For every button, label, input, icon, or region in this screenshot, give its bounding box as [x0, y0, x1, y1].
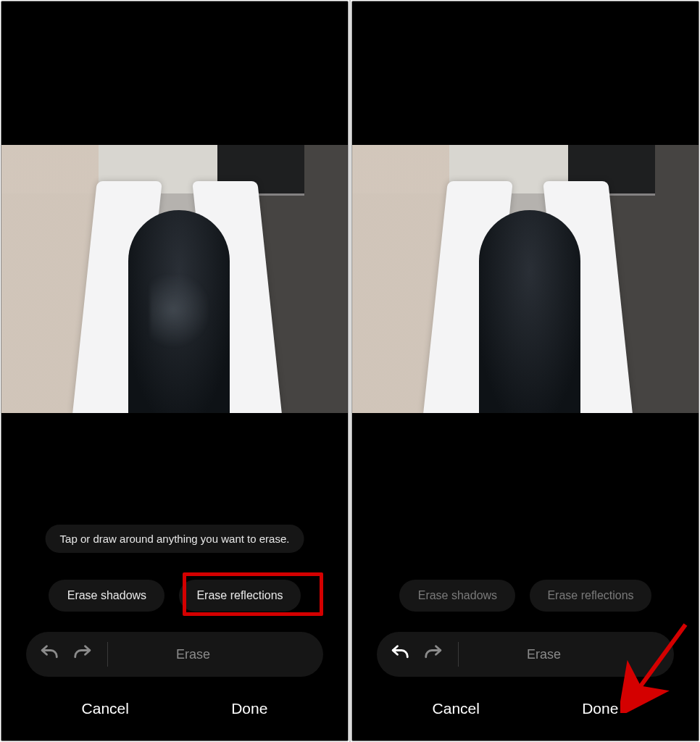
hint-text: Tap or draw around anything you want to … [46, 525, 304, 553]
undo-icon[interactable] [39, 643, 59, 666]
screenshot-left: Tap or draw around anything you want to … [1, 1, 349, 741]
erase-shadows-button[interactable]: Erase shadows [399, 580, 515, 612]
suggestion-chips: Erase shadows Erase reflections [1, 580, 348, 612]
photo-preview[interactable] [1, 145, 348, 413]
erase-tool-label[interactable]: Erase [473, 647, 614, 662]
erase-shadows-button[interactable]: Erase shadows [49, 580, 164, 612]
screenshot-right: Erase shadows Erase reflections Erase Ca… [351, 1, 699, 741]
erase-reflections-button[interactable]: Erase reflections [530, 580, 651, 612]
erase-reflections-button[interactable]: Erase reflections [179, 580, 300, 612]
redo-icon[interactable] [72, 643, 93, 666]
panel-divider [349, 0, 351, 742]
tool-row: Erase [377, 632, 674, 677]
cancel-button[interactable]: Cancel [415, 694, 497, 723]
redo-icon[interactable] [423, 643, 443, 666]
done-button[interactable]: Done [564, 694, 636, 723]
photo-preview[interactable] [352, 145, 699, 413]
erase-tool-label[interactable]: Erase [122, 647, 264, 662]
suggestion-chips: Erase shadows Erase reflections [352, 580, 699, 612]
undo-icon[interactable] [390, 643, 410, 666]
cancel-button[interactable]: Cancel [64, 694, 146, 723]
tool-row: Erase [26, 632, 323, 677]
done-button[interactable]: Done [214, 694, 285, 723]
